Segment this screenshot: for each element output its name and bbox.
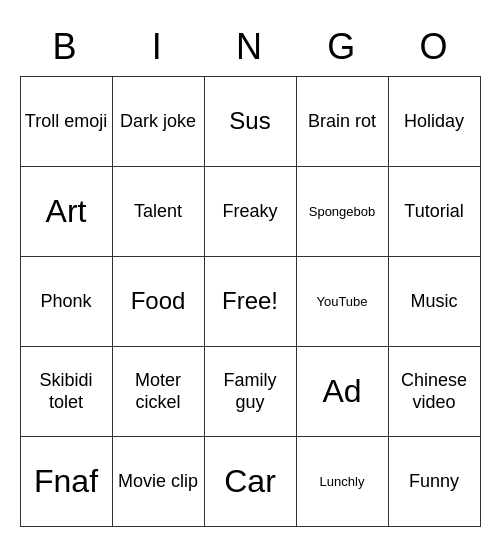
- cell-text: Lunchly: [320, 474, 365, 490]
- cell-text: YouTube: [316, 294, 367, 310]
- header-g: G: [296, 18, 388, 76]
- cell-text: Dark joke: [120, 110, 196, 133]
- cell-text: Free!: [222, 286, 278, 316]
- cell-text: Skibidi tolet: [25, 369, 108, 414]
- cell-r2-c1[interactable]: Food: [112, 256, 204, 346]
- cell-r1-c2[interactable]: Freaky: [204, 166, 296, 256]
- header-i: I: [112, 18, 204, 76]
- cell-r1-c0[interactable]: Art: [20, 166, 112, 256]
- cell-text: Sus: [229, 106, 270, 136]
- cell-text: Moter cickel: [117, 369, 200, 414]
- cell-r2-c4[interactable]: Music: [388, 256, 480, 346]
- cell-r3-c1[interactable]: Moter cickel: [112, 346, 204, 436]
- cell-r1-c1[interactable]: Talent: [112, 166, 204, 256]
- cell-text: Fnaf: [34, 461, 98, 501]
- bingo-grid: Troll emojiDark jokeSusBrain rotHolidayA…: [20, 76, 481, 527]
- cell-r4-c0[interactable]: Fnaf: [20, 436, 112, 526]
- cell-text: Chinese video: [393, 369, 476, 414]
- bingo-header: B I N G O: [20, 18, 481, 76]
- cell-r1-c4[interactable]: Tutorial: [388, 166, 480, 256]
- cell-text: Phonk: [40, 290, 91, 313]
- header-n: N: [204, 18, 296, 76]
- cell-r1-c3[interactable]: Spongebob: [296, 166, 388, 256]
- cell-r3-c4[interactable]: Chinese video: [388, 346, 480, 436]
- cell-r0-c1[interactable]: Dark joke: [112, 76, 204, 166]
- cell-r3-c3[interactable]: Ad: [296, 346, 388, 436]
- cell-text: Brain rot: [308, 110, 376, 133]
- header-o: O: [388, 18, 480, 76]
- cell-text: Food: [131, 286, 186, 316]
- cell-r0-c3[interactable]: Brain rot: [296, 76, 388, 166]
- cell-r0-c4[interactable]: Holiday: [388, 76, 480, 166]
- cell-text: Art: [46, 191, 87, 231]
- cell-text: Car: [224, 461, 276, 501]
- header-b: B: [20, 18, 112, 76]
- cell-text: Music: [410, 290, 457, 313]
- cell-r3-c2[interactable]: Family guy: [204, 346, 296, 436]
- cell-r3-c0[interactable]: Skibidi tolet: [20, 346, 112, 436]
- cell-text: Freaky: [222, 200, 277, 223]
- cell-r4-c3[interactable]: Lunchly: [296, 436, 388, 526]
- cell-r2-c0[interactable]: Phonk: [20, 256, 112, 346]
- cell-text: Spongebob: [309, 204, 376, 220]
- cell-text: Funny: [409, 470, 459, 493]
- cell-text: Tutorial: [404, 200, 463, 223]
- cell-r4-c4[interactable]: Funny: [388, 436, 480, 526]
- cell-text: Talent: [134, 200, 182, 223]
- cell-text: Troll emoji: [25, 110, 107, 133]
- cell-text: Ad: [322, 371, 361, 411]
- cell-text: Movie clip: [118, 470, 198, 493]
- cell-text: Holiday: [404, 110, 464, 133]
- cell-r0-c0[interactable]: Troll emoji: [20, 76, 112, 166]
- cell-r4-c2[interactable]: Car: [204, 436, 296, 526]
- cell-text: Family guy: [209, 369, 292, 414]
- cell-r4-c1[interactable]: Movie clip: [112, 436, 204, 526]
- cell-r2-c3[interactable]: YouTube: [296, 256, 388, 346]
- cell-r0-c2[interactable]: Sus: [204, 76, 296, 166]
- cell-r2-c2[interactable]: Free!: [204, 256, 296, 346]
